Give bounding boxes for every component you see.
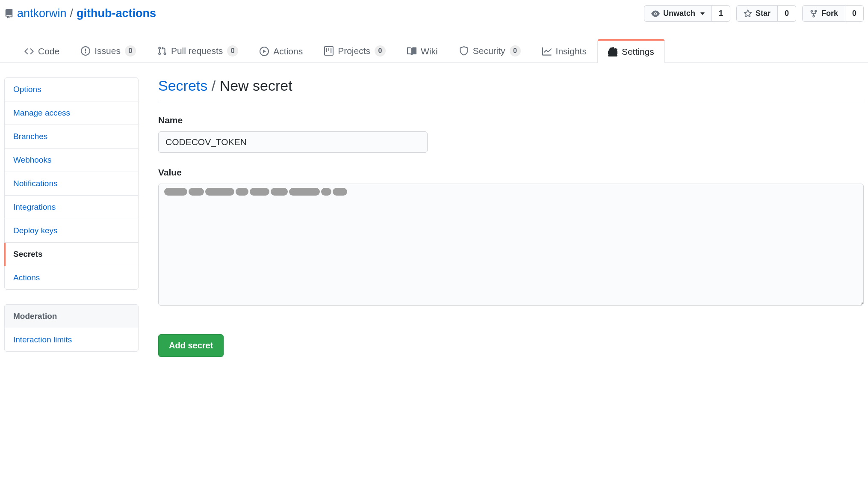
- tab-pr-label: Pull requests: [171, 46, 223, 56]
- tab-issues[interactable]: Issues 0: [70, 39, 147, 62]
- value-label: Value: [158, 167, 864, 178]
- pull-request-icon: [157, 46, 167, 56]
- settings-sidebar: Options Manage access Branches Webhooks …: [4, 77, 139, 366]
- shield-icon: [459, 46, 469, 56]
- unwatch-label: Unwatch: [663, 9, 695, 18]
- sidebar-item-notifications[interactable]: Notifications: [5, 172, 138, 196]
- tab-insights-label: Insights: [556, 46, 587, 56]
- repo-breadcrumb: antkorwin / github-actions: [4, 7, 156, 20]
- svg-point-1: [655, 13, 656, 15]
- play-icon: [260, 47, 269, 56]
- watch-group: Unwatch 1: [644, 5, 730, 22]
- caret-down-icon: [700, 12, 705, 15]
- fork-icon: [809, 9, 818, 18]
- repo-link[interactable]: github-actions: [77, 7, 156, 20]
- project-icon: [324, 46, 334, 56]
- breadcrumb-current: New secret: [220, 77, 292, 94]
- sidebar-item-branches[interactable]: Branches: [5, 125, 138, 149]
- tab-security[interactable]: Security 0: [449, 39, 531, 62]
- tab-pull-requests[interactable]: Pull requests 0: [147, 39, 249, 62]
- star-label: Star: [756, 9, 771, 18]
- security-count: 0: [510, 45, 521, 56]
- tab-settings[interactable]: Settings: [597, 39, 665, 63]
- fork-label: Fork: [821, 9, 838, 18]
- sidebar-item-interaction-limits[interactable]: Interaction limits: [5, 328, 138, 351]
- redacted-value-overlay: [164, 188, 347, 196]
- forks-count[interactable]: 0: [845, 5, 864, 22]
- fork-group: Fork 0: [802, 5, 864, 22]
- watchers-count[interactable]: 1: [712, 5, 730, 22]
- page-title: Secrets / New secret: [158, 77, 864, 102]
- sidebar-heading-moderation: Moderation: [5, 305, 138, 328]
- tab-settings-label: Settings: [622, 47, 654, 57]
- unwatch-button[interactable]: Unwatch: [644, 5, 712, 22]
- issue-icon: [81, 46, 90, 56]
- tab-wiki-label: Wiki: [421, 46, 438, 56]
- pr-count: 0: [227, 45, 238, 56]
- tab-code[interactable]: Code: [14, 40, 70, 62]
- star-button[interactable]: Star: [736, 5, 778, 22]
- sidebar-item-secrets[interactable]: Secrets: [5, 243, 138, 266]
- main-content: Secrets / New secret Name Value Add secr…: [158, 77, 864, 366]
- tab-insights[interactable]: Insights: [531, 40, 597, 62]
- owner-link[interactable]: antkorwin: [17, 7, 67, 20]
- star-group: Star 0: [736, 5, 796, 22]
- tab-wiki[interactable]: Wiki: [396, 40, 449, 62]
- gear-icon: [608, 47, 617, 56]
- tab-security-label: Security: [473, 46, 505, 56]
- tab-projects[interactable]: Projects 0: [313, 39, 396, 62]
- breadcrumb-separator: /: [70, 7, 74, 20]
- secret-name-input[interactable]: [158, 131, 428, 153]
- name-label: Name: [158, 115, 864, 125]
- graph-icon: [542, 47, 552, 56]
- fork-button[interactable]: Fork: [802, 5, 845, 22]
- sidebar-item-options[interactable]: Options: [5, 78, 138, 101]
- sidebar-item-actions[interactable]: Actions: [5, 266, 138, 289]
- issues-count: 0: [125, 45, 136, 56]
- tab-issues-label: Issues: [94, 46, 121, 56]
- tab-actions-label: Actions: [273, 46, 303, 56]
- repo-icon: [4, 9, 14, 18]
- sidebar-item-integrations[interactable]: Integrations: [5, 196, 138, 219]
- sidebar-item-manage-access[interactable]: Manage access: [5, 101, 138, 125]
- book-icon: [407, 47, 416, 56]
- star-icon: [744, 9, 752, 18]
- sidebar-item-webhooks[interactable]: Webhooks: [5, 149, 138, 172]
- repo-tabs: Code Issues 0 Pull requests 0 Actions Pr…: [0, 39, 868, 63]
- breadcrumb-sep: /: [212, 77, 216, 94]
- tab-code-label: Code: [38, 46, 59, 56]
- secret-value-textarea[interactable]: [158, 184, 864, 306]
- add-secret-button[interactable]: Add secret: [158, 334, 224, 357]
- sidebar-item-deploy-keys[interactable]: Deploy keys: [5, 219, 138, 243]
- projects-count: 0: [375, 45, 386, 56]
- stars-count[interactable]: 0: [778, 5, 796, 22]
- code-icon: [24, 47, 34, 56]
- breadcrumb-secrets-link[interactable]: Secrets: [158, 77, 207, 94]
- eye-icon: [651, 9, 660, 18]
- tab-projects-label: Projects: [338, 46, 370, 56]
- tab-actions[interactable]: Actions: [249, 40, 313, 62]
